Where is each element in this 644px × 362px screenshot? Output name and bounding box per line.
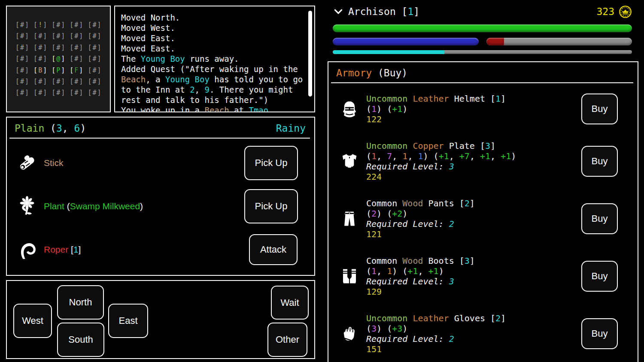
text-token: 1 (407, 6, 413, 17)
text-token: ) (402, 104, 407, 114)
buy-button[interactable]: Buy (581, 261, 618, 292)
text-token: Wood (402, 256, 423, 266)
plate-icon (340, 152, 359, 170)
text-token: , a (146, 75, 165, 84)
text-token: 3 (485, 141, 490, 151)
text-token: ] (470, 198, 475, 208)
armory-item-line: Common Wood Pants [2] (366, 198, 475, 208)
buy-button[interactable]: Buy (581, 318, 618, 349)
gloves-icon (340, 325, 359, 343)
text-token: ) (402, 208, 407, 219)
move-other-button[interactable]: Other (267, 323, 307, 357)
attack-button[interactable]: Attack (249, 234, 298, 265)
text-token: ) (402, 323, 407, 334)
bracket: ] (61, 78, 66, 85)
bracket: ] (61, 32, 66, 40)
minimap-panel: [#][!][#][#][#][#][#][#][#][#][#][#][#][… (6, 6, 111, 112)
bracket: ] (97, 55, 102, 63)
map-cell: [#] (70, 89, 84, 97)
map-char: # (38, 78, 43, 85)
text-token: 129 (366, 287, 382, 297)
chevron-down-icon[interactable] (333, 6, 344, 17)
text-token: to the Inn at (121, 85, 190, 94)
text-token: , (195, 85, 205, 94)
text-token: Moved East. (121, 33, 175, 43)
log-scrollbar[interactable] (308, 11, 312, 97)
text-token: Beach (121, 75, 146, 84)
map-cell: [#] (33, 44, 48, 51)
move-wait-button[interactable]: Wait (271, 286, 309, 320)
text-token: 1 (402, 151, 407, 161)
map-char: # (74, 32, 79, 40)
message-log-panel: Moved North.Moved West.Moved East.Moved … (114, 6, 315, 112)
move-north-button[interactable]: North (57, 285, 104, 320)
text-token: 1 (73, 244, 79, 254)
armory-item-line: (1, 1) (+1, +1) (366, 266, 475, 276)
map-cell: [#] (52, 89, 66, 97)
coin-icon (619, 5, 632, 18)
log-line: You woke up in a Beach at Tmao (121, 105, 310, 112)
map-row: [#][#][#][#][#] (15, 32, 110, 43)
location-item-list: StickPick UpPlant (Swamp Milkweed)Pick U… (7, 139, 314, 271)
text-token: Roper (44, 244, 68, 254)
bracket: ] (79, 66, 84, 74)
item-label: Stick (44, 158, 64, 168)
text-token: 2 (449, 334, 454, 344)
pick-up-button[interactable]: Pick Up (244, 189, 298, 223)
bracket: ] (97, 44, 102, 51)
text-token: +3 (392, 323, 402, 334)
bracket: ] (79, 44, 84, 51)
buy-button[interactable]: Buy (581, 203, 618, 234)
text-token: runs away. (185, 54, 239, 63)
map-cell: [P] (52, 66, 66, 74)
bracket: ] (43, 44, 48, 51)
text-token: 122 (366, 114, 382, 124)
text-token: Pants [ (423, 198, 464, 208)
text-token: ] (413, 6, 419, 17)
text-token: ( (366, 323, 371, 334)
item-label: Plant (Swamp Milkweed) (44, 201, 143, 211)
buy-button[interactable]: Buy (581, 94, 618, 124)
pick-up-button[interactable]: Pick Up (244, 146, 298, 180)
map-char: # (38, 32, 43, 40)
text-token: +2 (392, 208, 402, 219)
buy-button[interactable]: Buy (581, 146, 618, 177)
move-south-button[interactable]: South (57, 323, 104, 357)
bracket: [ (52, 66, 56, 74)
text-token: 7 (387, 151, 392, 161)
map-char: # (20, 21, 25, 29)
text-token: +7 (459, 151, 470, 161)
map-cell: [#] (88, 44, 102, 51)
armory-item-text: Uncommon Copper Plate [3](1, 7, 1, 1) (+… (366, 141, 516, 182)
text-token: Moved West. (121, 23, 175, 33)
map-cell: [#] (52, 21, 66, 29)
armory-title: Armory (Buy) (336, 67, 407, 78)
boots-icon (340, 267, 359, 285)
bracket: [ (70, 44, 74, 51)
text-token: Young Boy (165, 75, 210, 84)
move-west-button[interactable]: West (13, 304, 52, 338)
text-token: ) (439, 266, 444, 276)
text-token: at (229, 106, 249, 112)
move-east-button[interactable]: East (108, 304, 148, 338)
bracket: ] (61, 89, 66, 97)
text-token: The (121, 54, 141, 63)
text-token: 224 (366, 172, 382, 182)
text-token: +1 (392, 104, 402, 114)
text-token: ) (511, 151, 516, 161)
map-char: # (92, 55, 97, 63)
text-token: Leather (413, 313, 449, 323)
text-token: ] (490, 141, 495, 151)
text-token: 3 (449, 161, 454, 172)
bracket: [ (33, 78, 38, 85)
bracket: [ (52, 89, 56, 97)
text-token: , (418, 266, 428, 276)
bracket: [ (88, 55, 92, 63)
text-token: 1 (371, 266, 377, 276)
bracket: ] (61, 55, 66, 63)
map-cell: [!] (33, 21, 48, 29)
text-token: ] (470, 256, 475, 266)
text-token: 2 (465, 198, 470, 208)
bracket: [ (88, 89, 92, 97)
map-char: # (56, 44, 61, 51)
